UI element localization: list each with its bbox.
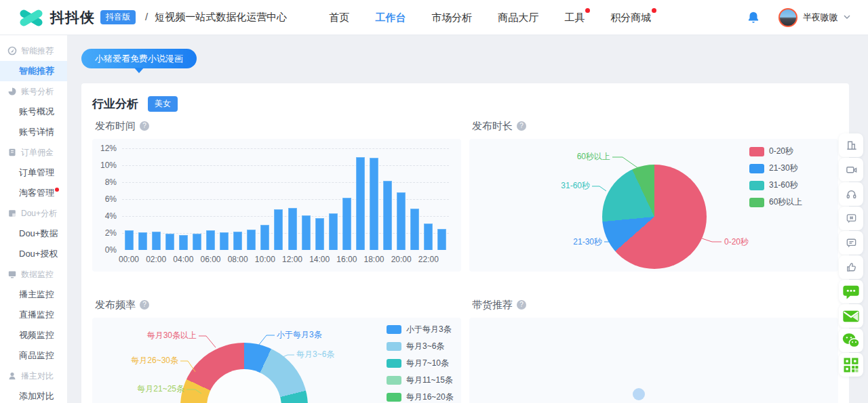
industry-analysis-card: 行业分析 美女 发布时间 ? 0%2%4%6%8%10%12%00:0002:0… <box>81 83 849 403</box>
toolbar-button-like-icon[interactable] <box>839 255 863 279</box>
slice-callout-label: 0-20秒 <box>724 237 749 247</box>
sidebar-item-视频监控[interactable]: 视频监控 <box>0 325 67 345</box>
bar-06:00 <box>206 230 215 250</box>
breadcrumb-subtitle: 短视频一站式数据化运营中心 <box>155 11 287 22</box>
product-recommend-title: 带货推荐 ? <box>469 299 838 311</box>
toolbar-button-headset-icon[interactable] <box>839 182 863 206</box>
logo[interactable]: 抖抖侠 抖音版 <box>18 8 136 27</box>
category-tag[interactable]: 美女 <box>148 96 178 112</box>
x-axis-tick: 12:00 <box>277 255 307 264</box>
sidebar-item-商品监控[interactable]: 商品监控 <box>0 345 67 366</box>
x-axis-tick: 22:00 <box>414 255 443 264</box>
nav-item-市场分析[interactable]: 市场分析 <box>431 0 472 35</box>
slice-callout-label: 每月30条以上 <box>147 331 197 340</box>
y-axis-tick: 4% <box>94 211 117 221</box>
legend-item-每月3~6条[interactable]: 每月3~6条 <box>387 341 456 352</box>
chart-title-text: 发布时间 <box>95 120 136 133</box>
product-recommend-section: 带货推荐 ? <box>469 299 838 403</box>
help-icon[interactable]: ? <box>517 121 526 131</box>
sidebar-item-Dou+数据[interactable]: Dou+数据 <box>0 224 67 244</box>
sidebar-item-Dou+授权[interactable]: Dou+授权 <box>0 244 67 264</box>
pie-icon <box>7 87 17 96</box>
toolbar-button-video-icon[interactable] <box>839 158 863 182</box>
x-axis-tick: 14:00 <box>304 255 334 264</box>
y-axis-tick: 6% <box>94 194 117 204</box>
toolbar-button-topic-chat-icon[interactable] <box>839 207 863 230</box>
user-menu[interactable]: 半夜嗷嗷 <box>778 8 850 27</box>
sidebar-item-添加对比[interactable]: 添加对比 <box>0 386 67 403</box>
nav-item-积分商城[interactable]: 积分商城 <box>610 0 651 35</box>
sidebar-item-账号详情[interactable]: 账号详情 <box>0 122 67 142</box>
legend-swatch <box>749 147 764 156</box>
legend-label: 每月7~10条 <box>406 358 449 369</box>
x-axis-tick: 04:00 <box>168 255 198 264</box>
legend-item-60秒以上[interactable]: 60秒以上 <box>749 196 802 208</box>
sidebar-item-播主监控[interactable]: 播主监控 <box>0 284 67 305</box>
video-icon <box>845 163 858 176</box>
bar-15:00 <box>329 213 338 250</box>
bar-14:00 <box>315 218 324 251</box>
legend-swatch <box>387 376 401 385</box>
username: 半夜嗷嗷 <box>803 12 838 24</box>
toolbar-button-wechat-icon[interactable] <box>839 328 863 352</box>
sidebar-section-播主对比: 播主对比 <box>0 366 67 386</box>
legend-item-每月16~20条[interactable]: 每月16~20条 <box>387 391 456 403</box>
notification-bell-icon[interactable] <box>746 10 761 25</box>
sidebar-section-订单佣金: 订单佣金 <box>0 142 67 163</box>
breadcrumb: /短视频一站式数据化运营中心 <box>145 11 287 24</box>
legend-item-21-30秒[interactable]: 21-30秒 <box>749 163 802 174</box>
sidebar-item-订单管理[interactable]: 订单管理 <box>0 163 67 183</box>
promo-bubble[interactable]: 小猪爱看免费小说漫画 <box>81 49 197 68</box>
sidebar: 智能推荐智能推荐账号分析账号概况账号详情订单佣金订单管理淘客管理Dou+分析Do… <box>0 35 68 403</box>
toolbar-button-mail-icon[interactable] <box>839 304 863 328</box>
help-icon[interactable]: ? <box>140 300 149 310</box>
toolbar-button-company-icon[interactable] <box>839 133 863 157</box>
sidebar-item-智能推荐[interactable]: 智能推荐 <box>0 61 67 81</box>
chart-title-text: 发布时长 <box>472 120 513 133</box>
sidebar-item-账号概况[interactable]: 账号概况 <box>0 102 67 122</box>
slice-callout-label: 每月26~30条 <box>131 356 178 365</box>
callout-line <box>258 335 275 345</box>
help-icon[interactable]: ? <box>140 121 149 131</box>
bar-07:00 <box>220 232 229 250</box>
publish-frequency-title: 发布频率 ? <box>92 299 461 311</box>
sidebar-section-Dou+分析: Dou+分析 <box>0 203 67 224</box>
topbar-right: 半夜嗷嗷 <box>746 8 850 27</box>
x-axis-tick: 20:00 <box>387 255 416 264</box>
nav-item-首页[interactable]: 首页 <box>329 0 349 35</box>
bar-20:00 <box>397 192 406 250</box>
legend-item-0-20秒[interactable]: 0-20秒 <box>749 146 802 157</box>
x-axis-tick: 08:00 <box>223 255 253 264</box>
sidebar-item-淘客管理[interactable]: 淘客管理 <box>0 183 67 203</box>
x-axis-tick: 06:00 <box>196 255 226 264</box>
main-nav: 首页工作台市场分析商品大厅工具积分商城 <box>329 0 651 35</box>
toolbar-button-qrcode-icon[interactable] <box>839 353 863 377</box>
nav-item-商品大厅[interactable]: 商品大厅 <box>498 0 538 35</box>
y-axis-tick: 2% <box>94 228 117 238</box>
legend-label: 60秒以上 <box>769 196 802 208</box>
bar-11:00 <box>274 209 283 250</box>
legend-item-31-60秒[interactable]: 31-60秒 <box>749 179 802 191</box>
slice-callout-label: 60秒以上 <box>577 152 610 161</box>
help-icon[interactable]: ? <box>517 300 526 310</box>
legend-item-小于每月3条[interactable]: 小于每月3条 <box>387 324 456 335</box>
bar-18:00 <box>370 158 378 250</box>
x-axis-tick: 00:00 <box>114 255 144 264</box>
bar-02:00 <box>152 232 161 251</box>
nav-item-工具[interactable]: 工具 <box>564 0 585 35</box>
sidebar-item-直播监控[interactable]: 直播监控 <box>0 305 67 325</box>
qrcode-icon <box>842 356 861 375</box>
legend-item-每月7~10条[interactable]: 每月7~10条 <box>387 358 456 369</box>
nav-item-工作台[interactable]: 工作台 <box>375 0 406 35</box>
legend-item-每月11~15条[interactable]: 每月11~15条 <box>387 375 456 386</box>
red-dot-badge <box>585 8 590 13</box>
chat-dots-icon <box>842 282 861 301</box>
legend-swatch <box>387 359 401 368</box>
publish-frequency-donut-chart: 小于每月3条每月3~6条每月7~10条每月11~15条每月16~20条每月21~… <box>92 318 461 403</box>
legend-swatch <box>749 198 764 207</box>
gridline <box>122 148 449 149</box>
toolbar-button-chat-dots-icon[interactable] <box>839 280 863 303</box>
brand-logo-icon <box>18 8 45 27</box>
toolbar-button-message-icon[interactable] <box>839 231 863 255</box>
legend-label: 21-30秒 <box>769 163 798 174</box>
